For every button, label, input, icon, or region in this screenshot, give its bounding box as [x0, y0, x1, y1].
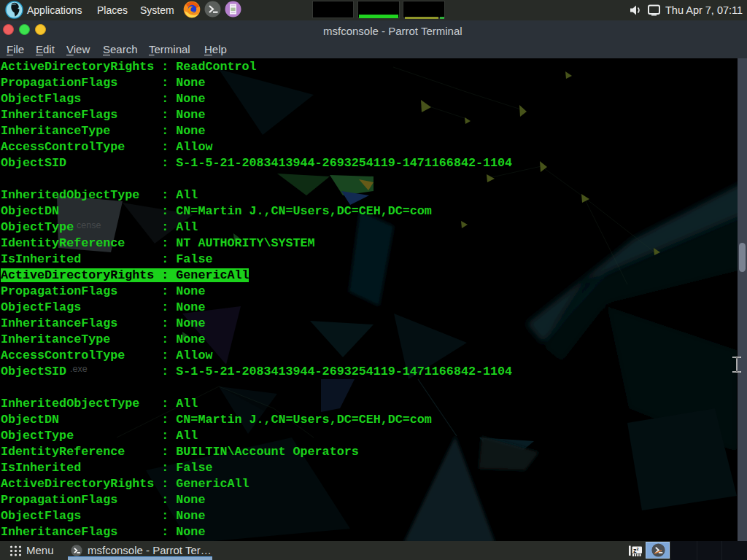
- svg-text:z²: z²: [633, 547, 639, 554]
